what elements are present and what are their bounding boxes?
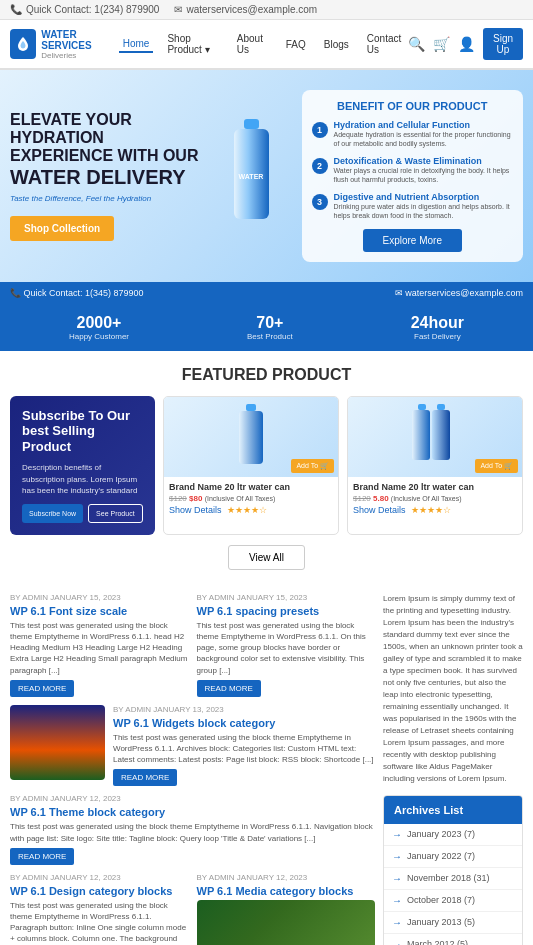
- hero-title: ELEVATE YOUR HYDRATION EXPERIENCE WITH O…: [10, 111, 212, 189]
- products-grid: Add To 🛒 Brand Name 20 ltr water can $12…: [163, 396, 523, 535]
- logo-icon: [10, 29, 36, 59]
- post-title-3[interactable]: WP 6.1 Theme block category: [10, 806, 375, 818]
- bottom-info-bar: 📞 Quick Contact: 1(345) 879900 ✉ waterse…: [0, 282, 533, 304]
- post-excerpt-1: This test post was generated using the b…: [197, 620, 376, 676]
- stars-1: ★★★★☆: [227, 505, 267, 515]
- header-icons: 🔍 🛒 👤 Sign Up: [408, 28, 523, 60]
- archive-item-1[interactable]: →January 2022 (7): [384, 846, 522, 868]
- user-icon[interactable]: 👤: [458, 36, 475, 52]
- product-bottles-2: [410, 404, 460, 469]
- read-more-2[interactable]: READ MORE: [113, 769, 177, 786]
- product-image-2: Add To 🛒: [348, 397, 522, 477]
- svg-rect-0: [244, 119, 259, 129]
- benefit-2: 2 Detoxification & Waste Elimination Wat…: [312, 156, 514, 184]
- archive-item-2[interactable]: →November 2018 (31): [384, 868, 522, 890]
- nav-item-home[interactable]: Home: [119, 36, 154, 53]
- svg-rect-4: [239, 411, 263, 464]
- stat-happy-customers: 2000+ Happy Customer: [69, 314, 129, 341]
- subscribe-now-button[interactable]: Subscribe Now: [22, 504, 83, 523]
- main-nav: Home Shop Product ▾ About Us FAQ Blogs C…: [119, 31, 408, 57]
- subscribe-buttons: Subscribe Now See Product: [22, 504, 143, 523]
- search-icon[interactable]: 🔍: [408, 36, 425, 52]
- archive-arrow-icon: →: [392, 851, 402, 862]
- nav-item-shop[interactable]: Shop Product ▾: [163, 31, 222, 57]
- post-title-2[interactable]: WP 6.1 Widgets block category: [113, 717, 375, 729]
- explore-button[interactable]: Explore More: [363, 229, 462, 252]
- product-card-2: Add To 🛒 Brand Name 20 ltr water can $12…: [347, 396, 523, 535]
- add-to-cart-2[interactable]: Add To 🛒: [475, 459, 518, 473]
- post-excerpt-4: This test post was generated using the b…: [10, 900, 189, 945]
- product-image-1: Add To 🛒: [164, 397, 338, 477]
- post-title-1[interactable]: WP 6.1 spacing presets: [197, 605, 376, 617]
- post-title-4[interactable]: WP 6.1 Design category blocks: [10, 885, 189, 897]
- hero-text: ELEVATE YOUR HYDRATION EXPERIENCE WITH O…: [10, 111, 212, 241]
- post-widgets-row: BY ADMIN JANUARY 13, 2023 WP 6.1 Widgets…: [10, 705, 375, 787]
- shop-collection-button[interactable]: Shop Collection: [10, 216, 114, 241]
- posts-column: BY ADMIN JANUARY 15, 2023 WP 6.1 Font si…: [10, 593, 375, 945]
- post-meta-1: BY ADMIN JANUARY 15, 2023: [197, 593, 376, 602]
- read-more-0[interactable]: READ MORE: [10, 680, 74, 697]
- svg-rect-6: [412, 410, 430, 460]
- read-more-3[interactable]: READ MORE: [10, 848, 74, 865]
- post-meta-0: BY ADMIN JANUARY 15, 2023: [10, 593, 189, 602]
- product-card-1: Add To 🛒 Brand Name 20 ltr water can $12…: [163, 396, 339, 535]
- top-bar: 📞 Quick Contact: 1(234) 879900 ✉ waterse…: [0, 0, 533, 20]
- post-widgets: BY ADMIN JANUARY 13, 2023 WP 6.1 Widgets…: [113, 705, 375, 787]
- main-content-area: BY ADMIN JANUARY 15, 2023 WP 6.1 Font si…: [0, 585, 533, 945]
- nav-item-faq[interactable]: FAQ: [282, 37, 310, 52]
- nav-item-about[interactable]: About Us: [233, 31, 272, 57]
- header: WATER SERVICES Deliveries Home Shop Prod…: [0, 20, 533, 70]
- bottom-email-icon: ✉: [395, 288, 403, 298]
- featured-section: FEATURED PRODUCT Subscribe To Our best S…: [0, 351, 533, 585]
- archive-arrow-icon: →: [392, 873, 402, 884]
- svg-rect-3: [246, 404, 256, 411]
- svg-rect-7: [437, 404, 445, 410]
- archive-item-3[interactable]: →October 2018 (7): [384, 890, 522, 912]
- add-to-cart-1[interactable]: Add To 🛒: [291, 459, 334, 473]
- product-price-2: $120 5.80 (Inclusive Of All Taxes): [353, 494, 517, 503]
- post-title-0[interactable]: WP 6.1 Font size scale: [10, 605, 189, 617]
- svg-rect-5: [418, 404, 426, 410]
- sidebar: Lorem Ipsum is simply dummy text of the …: [383, 593, 523, 945]
- post-meta-5: BY ADMIN JANUARY 12, 2023: [197, 873, 376, 882]
- subscribe-desc: Description benefits of subscription pla…: [22, 462, 143, 496]
- hero-benefits: BENEFIT OF OUR PRODUCT 1 Hydration and C…: [302, 90, 524, 262]
- water-bottle-svg: WATER: [224, 119, 279, 229]
- see-product-button[interactable]: See Product: [88, 504, 143, 523]
- phone-icon: 📞: [10, 4, 22, 15]
- show-details-1[interactable]: Show Details: [169, 505, 222, 515]
- show-details-2[interactable]: Show Details: [353, 505, 406, 515]
- archive-item-5[interactable]: →March 2012 (5): [384, 934, 522, 945]
- signup-button[interactable]: Sign Up: [483, 28, 523, 60]
- featured-subscribe-card: Subscribe To Our best Selling Product De…: [10, 396, 155, 535]
- stars-2: ★★★★☆: [411, 505, 451, 515]
- posts-row-4: BY ADMIN JANUARY 12, 2023 WP 6.1 Design …: [10, 873, 375, 945]
- post-title-5[interactable]: WP 6.1 Media category blocks: [197, 885, 376, 897]
- stats-bar: 2000+ Happy Customer 70+ Best Product 24…: [0, 304, 533, 351]
- product-bottle-1: [236, 404, 266, 469]
- subscribe-title: Subscribe To Our best Selling Product: [22, 408, 143, 455]
- bottom-phone-icon: 📞: [10, 288, 21, 298]
- stat-fast-delivery: 24hour Fast Delivery: [411, 314, 464, 341]
- posts-row-1: BY ADMIN JANUARY 15, 2023 WP 6.1 Font si…: [10, 593, 375, 697]
- archive-item-4[interactable]: →January 2013 (5): [384, 912, 522, 934]
- nav-item-contact[interactable]: Contact Us: [363, 31, 408, 57]
- sidebar-lorem: Lorem Ipsum is simply dummy text of the …: [383, 593, 523, 785]
- archive-item-0[interactable]: →January 2023 (7): [384, 824, 522, 846]
- product-info-2: Brand Name 20 ltr water can $120 5.80 (I…: [348, 477, 522, 520]
- post-meta-3: BY ADMIN JANUARY 12, 2023: [10, 794, 375, 803]
- post-theme-row: BY ADMIN JANUARY 12, 2023 WP 6.1 Theme b…: [10, 794, 375, 864]
- archive-arrow-icon: →: [392, 829, 402, 840]
- stat-best-product: 70+ Best Product: [247, 314, 293, 341]
- featured-title: FEATURED PRODUCT: [10, 366, 523, 384]
- hero-section: ELEVATE YOUR HYDRATION EXPERIENCE WITH O…: [0, 70, 533, 282]
- read-more-1[interactable]: READ MORE: [197, 680, 261, 697]
- post-theme: BY ADMIN JANUARY 12, 2023 WP 6.1 Theme b…: [10, 794, 375, 864]
- post-font-size: BY ADMIN JANUARY 15, 2023 WP 6.1 Font si…: [10, 593, 189, 697]
- nav-item-blogs[interactable]: Blogs: [320, 37, 353, 52]
- view-all-button[interactable]: View All: [228, 545, 305, 570]
- post-meta-4: BY ADMIN JANUARY 12, 2023: [10, 873, 189, 882]
- cart-icon[interactable]: 🛒: [433, 36, 450, 52]
- logo[interactable]: WATER SERVICES Deliveries: [10, 29, 119, 60]
- archive-arrow-icon: →: [392, 895, 402, 906]
